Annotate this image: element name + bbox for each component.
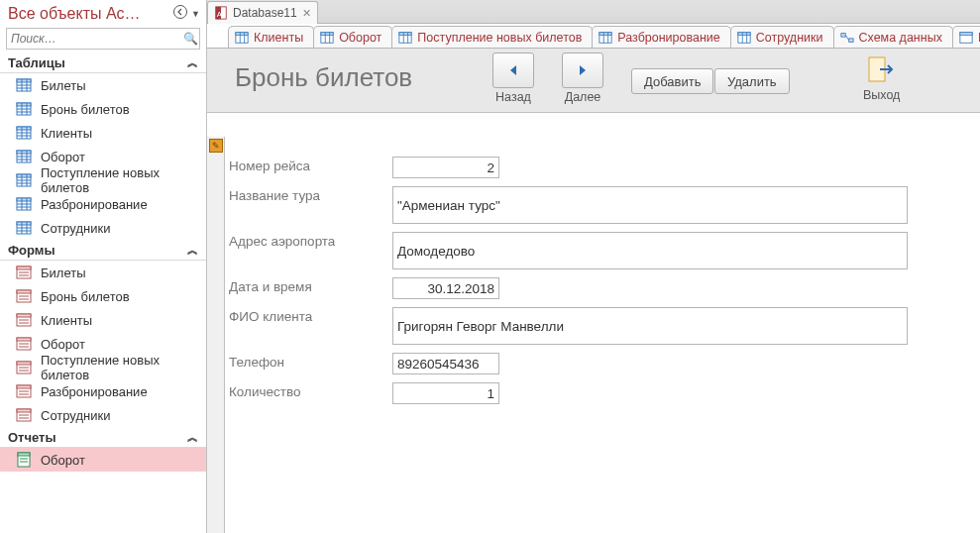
svg-rect-56 — [17, 338, 31, 341]
document-tab-label: Database11 — [233, 6, 297, 20]
field-label-flight-no: Номер рейса — [229, 157, 392, 173]
svg-rect-83 — [321, 32, 333, 35]
button-label: Выход — [863, 88, 900, 102]
datetime-input[interactable] — [392, 277, 499, 299]
arrow-left-icon — [506, 63, 520, 77]
nav-item-table[interactable]: Разбронирование — [0, 192, 206, 216]
object-tab[interactable]: Поступление новых билетов — [391, 26, 593, 48]
object-tab[interactable]: Клиенты — [228, 26, 314, 48]
svg-rect-2 — [17, 79, 31, 82]
object-tab[interactable]: Схема данных — [833, 26, 953, 48]
form-icon — [16, 336, 32, 352]
object-tab[interactable]: Б — [952, 26, 980, 48]
document-tab[interactable]: A Database11 ✕ — [207, 1, 318, 24]
field-label-airport: Адрес аэропорта — [229, 232, 392, 249]
chevron-up-icon: ︽ — [187, 55, 198, 70]
nav-item-form[interactable]: Сотрудники — [0, 403, 206, 427]
svg-rect-95 — [738, 32, 750, 35]
form-icon — [16, 360, 32, 375]
nav-item-label: Клиенты — [41, 313, 92, 328]
svg-rect-64 — [17, 385, 31, 388]
client-name-input[interactable] — [392, 307, 908, 345]
nav-group-forms[interactable]: Формы ︽ — [0, 240, 206, 261]
nav-group-label: Таблицы — [8, 55, 65, 70]
nav-item-report[interactable]: Оборот — [0, 448, 206, 472]
nav-group-label: Отчеты — [8, 430, 56, 445]
object-tab-label: Поступление новых билетов — [417, 31, 582, 45]
object-tab[interactable]: Разбронирование — [592, 26, 730, 48]
chevron-up-icon: ︽ — [187, 430, 198, 445]
circle-chevron-left-icon — [172, 4, 188, 23]
svg-rect-99 — [848, 38, 852, 42]
exit-button[interactable]: Выход — [863, 53, 900, 102]
access-file-icon: A — [214, 6, 228, 20]
table-icon — [320, 31, 334, 45]
svg-rect-52 — [17, 314, 31, 317]
nav-item-table[interactable]: Поступление новых билетов — [0, 168, 206, 192]
nav-item-form[interactable]: Разбронирование — [0, 379, 206, 403]
field-label-tour-name: Название тура — [229, 186, 392, 203]
nav-item-form[interactable]: Поступление новых билетов — [0, 356, 206, 379]
svg-rect-48 — [17, 290, 31, 293]
table-icon — [16, 77, 32, 93]
button-label: Далее — [565, 90, 601, 104]
search-input[interactable] — [7, 30, 181, 48]
form-body: ✎ Номер рейса Название тура Адрес аэропо… — [207, 137, 980, 533]
table-icon — [16, 101, 32, 117]
table-icon — [16, 149, 32, 164]
tour-name-input[interactable] — [392, 186, 908, 224]
nav-item-table[interactable]: Сотрудники — [0, 216, 206, 240]
search-icon: 🔍 — [181, 32, 199, 46]
nav-group-reports[interactable]: Отчеты ︽ — [0, 427, 206, 448]
record-selector[interactable]: ✎ — [207, 137, 225, 533]
table-icon — [398, 31, 412, 45]
field-label-phone: Телефон — [229, 353, 392, 370]
object-tab[interactable]: Оборот — [313, 26, 392, 48]
nav-item-form[interactable]: Клиенты — [0, 308, 206, 332]
back-button[interactable]: Назад — [492, 53, 534, 104]
svg-rect-79 — [236, 32, 248, 35]
close-icon[interactable]: ✕ — [302, 7, 311, 20]
svg-rect-14 — [17, 127, 31, 130]
nav-group-tables[interactable]: Таблицы ︽ — [0, 53, 206, 73]
svg-rect-68 — [17, 409, 31, 412]
form-icon — [16, 383, 32, 399]
nav-search[interactable]: 🔍 — [6, 28, 200, 50]
table-icon — [959, 31, 973, 45]
svg-rect-72 — [18, 453, 30, 456]
arrow-right-icon — [576, 63, 590, 77]
flight-no-input[interactable] — [392, 157, 499, 178]
chevron-up-icon: ︽ — [187, 243, 198, 258]
form-icon — [16, 407, 32, 423]
table-icon — [599, 31, 612, 45]
nav-item-label: Разбронирование — [41, 384, 148, 399]
phone-input[interactable] — [392, 353, 499, 374]
nav-item-label: Бронь билетов — [41, 289, 130, 304]
form-icon — [16, 265, 32, 280]
nav-collapse-toggle[interactable]: ▼ — [172, 4, 200, 23]
form-header: Бронь билетов Назад Далее Добавить Удали… — [207, 49, 980, 113]
object-tab-label: Схема данных — [859, 31, 942, 45]
next-button[interactable]: Далее — [562, 53, 603, 104]
delete-button[interactable]: Удалить — [714, 68, 790, 94]
nav-item-table[interactable]: Бронь билетов — [0, 97, 206, 121]
caret-down-icon: ▼ — [191, 9, 200, 19]
add-button[interactable]: Добавить — [631, 68, 713, 94]
svg-rect-38 — [17, 222, 31, 225]
nav-item-label: Билеты — [41, 78, 85, 93]
object-tab-label: Оборот — [339, 31, 381, 45]
nav-item-label: Билеты — [41, 266, 85, 280]
nav-item-label: Оборот — [41, 150, 85, 164]
quantity-input[interactable] — [392, 382, 499, 404]
nav-item-table[interactable]: Клиенты — [0, 121, 206, 145]
nav-item-form[interactable]: Билеты — [0, 261, 206, 284]
nav-item-table[interactable]: Билеты — [0, 73, 206, 97]
object-tab-label: Сотрудники — [756, 31, 823, 45]
form-title: Бронь билетов — [235, 62, 412, 93]
svg-rect-20 — [17, 151, 31, 154]
airport-input[interactable] — [392, 232, 908, 269]
object-tab[interactable]: Сотрудники — [730, 26, 834, 48]
nav-title[interactable]: Все объекты Ac… — [8, 5, 141, 23]
nav-item-form[interactable]: Бронь билетов — [0, 284, 206, 308]
table-icon — [16, 220, 32, 236]
